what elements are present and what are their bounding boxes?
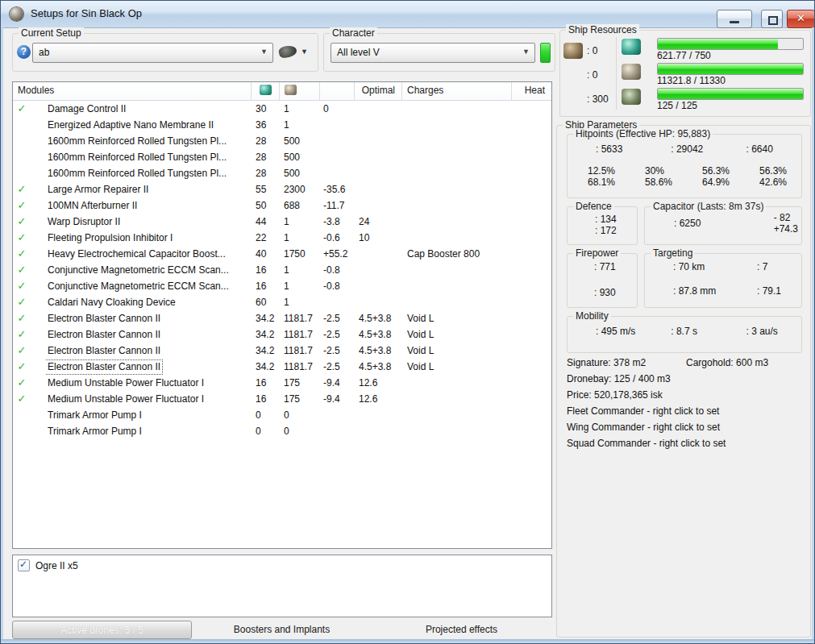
module-heat (512, 294, 551, 310)
module-cap: -2.5 (320, 310, 355, 326)
module-heat (512, 117, 551, 133)
table-row[interactable]: 1600mm Reinforced Rolled Tungsten Pl...2… (13, 133, 551, 149)
module-icon-cell (31, 391, 46, 407)
mobility-label: Mobility (573, 310, 611, 322)
column-header-powergrid[interactable] (280, 82, 320, 100)
module-powergrid: 500 (280, 165, 320, 181)
table-row[interactable]: 1600mm Reinforced Rolled Tungsten Pl...2… (13, 149, 551, 165)
table-row[interactable]: ✓Warp Disruptor II441-3.824 (13, 214, 551, 230)
module-optimal (355, 423, 402, 439)
table-row[interactable]: ✓Medium Unstable Power Fluctuator I16175… (13, 391, 551, 407)
module-charge (402, 101, 512, 117)
defence-label: Defence (573, 201, 614, 212)
module-active-cell: ✓ (13, 359, 31, 375)
table-row[interactable]: ✓Electron Blaster Cannon II34.21181.7-2.… (13, 326, 551, 343)
module-name: Heavy Electrochemical Capacitor Boost... (46, 247, 227, 261)
table-row[interactable]: ✓Electron Blaster Cannon II34.21181.7-2.… (13, 359, 551, 375)
setup-select[interactable]: ab ▼ (32, 43, 273, 63)
drones-list[interactable]: Ogre II x5 (12, 555, 552, 617)
module-powergrid: 1181.7 (280, 310, 320, 326)
help-icon[interactable]: ? (17, 45, 31, 59)
mobility-group: Mobility : 495 m/s: 8.7 s: 3 au/s (567, 316, 802, 353)
table-row[interactable]: 1600mm Reinforced Rolled Tungsten Pl...2… (13, 165, 551, 181)
stat-structure: : 6640 (722, 141, 797, 157)
module-optimal (355, 246, 402, 262)
mobility-stats: : 495 m/s: 8.7 s: 3 au/s (572, 323, 798, 339)
column-header-charges[interactable]: Charges (402, 82, 512, 100)
resource-bar-row: 11321.8 / 11330 (622, 62, 804, 87)
firepower-label: Firepower (573, 247, 621, 259)
module-icon-cell (31, 246, 46, 262)
module-active-cell (13, 423, 31, 439)
check-icon: ✓ (13, 343, 31, 359)
table-row[interactable]: Trimark Armor Pump I00 (13, 423, 551, 439)
maximize-button[interactable] (761, 10, 783, 28)
column-header-cpu[interactable] (252, 82, 280, 100)
column-header-heat[interactable]: Heat (512, 82, 551, 100)
stasis-web-icon (31, 231, 43, 243)
module-name-cell: Warp Disruptor II (46, 214, 252, 230)
stat-value: : 7 (757, 261, 767, 272)
ship-menu-button[interactable]: ▼ (277, 44, 310, 61)
table-row[interactable]: ✓Caldari Navy Cloaking Device601 (13, 294, 551, 310)
table-row[interactable]: ✓Fleeting Propulsion Inhibitor I221-0.61… (13, 230, 551, 246)
module-name: Large Armor Repairer II (46, 183, 150, 197)
table-row[interactable]: ✓Conjunctive Magnetometric ECCM Scan...1… (13, 262, 551, 278)
module-cap: -0.6 (320, 230, 355, 246)
module-cpu: 60 (252, 294, 280, 310)
minimize-button[interactable] (717, 10, 752, 28)
module-charge (402, 423, 512, 439)
character-select[interactable]: All level V ▼ (331, 43, 535, 63)
table-row[interactable]: Trimark Armor Pump I00 (13, 407, 551, 423)
module-optimal (355, 278, 402, 294)
stat-armor: : 29042 (647, 141, 722, 157)
module-active-cell: ✓ (13, 343, 31, 359)
table-row[interactable]: Energized Adaptive Nano Membrane II361 (13, 117, 551, 133)
ship-resources-label: Ship Resources (566, 24, 639, 35)
close-button[interactable]: ✕ (787, 10, 815, 28)
module-name-cell: Heavy Electrochemical Capacitor Boost... (46, 246, 252, 262)
stat-value: : 87.8 mm (673, 285, 716, 297)
title-bar[interactable]: Setups for Sin Black Op (1, 1, 814, 28)
table-row[interactable]: ✓Electron Blaster Cannon II34.21181.7-2.… (13, 310, 551, 326)
column-header-optimal[interactable]: Optimal (355, 82, 402, 100)
blaster-icon (31, 328, 43, 340)
module-optimal (355, 407, 402, 423)
table-row[interactable]: ✓Heavy Electrochemical Capacitor Boost..… (13, 246, 551, 262)
table-row[interactable]: ✓100MN Afterburner II50688-11.7 (13, 197, 551, 214)
module-name: Trimark Armor Pump I (46, 409, 143, 422)
table-row[interactable]: ✓Damage Control II3010 (13, 101, 551, 117)
cargohold-value: Cargohold: 600 m3 (686, 355, 768, 371)
progress-label: 125 / 125 (657, 100, 697, 111)
module-powergrid: 2300 (280, 181, 320, 197)
module-name: 100MN Afterburner II (46, 199, 139, 213)
table-row[interactable]: ✓Electron Blaster Cannon II34.21181.7-2.… (13, 343, 551, 359)
table-row[interactable]: ✓Large Armor Repairer II552300-35.6 (13, 181, 551, 197)
cap-booster-icon (31, 247, 43, 260)
module-charge (402, 117, 512, 133)
tab-projected-effects[interactable]: Projected effects (372, 621, 551, 639)
tab-active-drones-5-5[interactable]: Active drones: 5 / 5 (12, 621, 192, 639)
tab-boosters-and-implants[interactable]: Boosters and Implants (192, 621, 372, 639)
drone-item[interactable]: Ogre II x5 (13, 555, 551, 571)
module-icon-cell (31, 197, 46, 214)
resist-value-hull-side: 68.1% (588, 177, 615, 188)
module-active-cell: ✓ (13, 310, 31, 326)
module-charge (402, 294, 512, 310)
stat-turret-hardpoint: : 0 (563, 39, 615, 63)
module-optimal (355, 181, 402, 197)
module-powergrid: 175 (280, 375, 320, 391)
column-header-capacitor[interactable] (320, 82, 355, 100)
ship-resources-group: Ship Resources : 0: 0: 300 621.77 / 7501… (559, 30, 811, 117)
resist-values: 30%58.6% (645, 165, 672, 188)
table-row[interactable]: ✓Conjunctive Magnetometric ECCM Scan...1… (13, 278, 551, 294)
module-optimal: 12.6 (355, 375, 402, 391)
hardpoint-stats: : 0: 0: 300 (563, 39, 615, 111)
check-icon: ✓ (13, 359, 31, 375)
module-optimal: 4.5+3.8 (355, 359, 402, 375)
column-header-modules[interactable]: Modules (13, 82, 252, 100)
table-row[interactable]: ✓Medium Unstable Power Fluctuator I16175… (13, 375, 551, 391)
drone-checkbox[interactable] (18, 559, 30, 571)
module-cpu: 28 (252, 165, 280, 181)
drone-label: Ogre II x5 (35, 560, 78, 571)
